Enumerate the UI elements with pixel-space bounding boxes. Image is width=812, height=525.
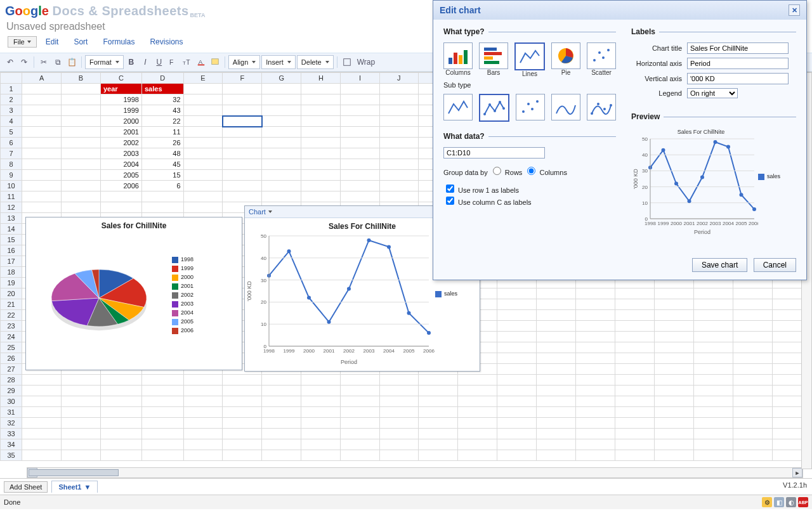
- cell-E9[interactable]: [183, 170, 223, 181]
- cell-Q23[interactable]: [654, 321, 693, 332]
- cell-B28[interactable]: [62, 375, 101, 386]
- type-pie[interactable]: [551, 42, 580, 69]
- cell-E33[interactable]: [183, 429, 223, 439]
- cell-M33[interactable]: [497, 429, 536, 439]
- cell-D9[interactable]: 15: [141, 170, 183, 181]
- format-dropdown[interactable]: Format: [85, 55, 124, 69]
- cell-O22[interactable]: [575, 310, 615, 321]
- cell-J33[interactable]: [379, 429, 419, 439]
- fillcolor-button[interactable]: [209, 56, 221, 68]
- cell-I2[interactable]: [341, 94, 379, 105]
- cell-C29[interactable]: [100, 386, 141, 396]
- cell-D34[interactable]: [141, 439, 183, 450]
- cell-D8[interactable]: 45: [141, 159, 183, 170]
- cell-L33[interactable]: [457, 429, 497, 439]
- cell-C4[interactable]: 2000: [100, 116, 141, 127]
- cell-N23[interactable]: [536, 321, 575, 332]
- cell-I29[interactable]: [341, 386, 379, 396]
- borders-button[interactable]: [341, 56, 353, 68]
- cell-N35[interactable]: [536, 450, 575, 461]
- cell-F9[interactable]: [223, 170, 262, 181]
- cell-H30[interactable]: [301, 396, 341, 407]
- cell-F7[interactable]: [223, 148, 262, 159]
- cell-G33[interactable]: [262, 429, 301, 439]
- cell-D31[interactable]: [141, 407, 183, 418]
- cell-N20[interactable]: [536, 288, 575, 299]
- cell-E34[interactable]: [183, 439, 223, 450]
- cell-B32[interactable]: [62, 418, 101, 429]
- cell-H9[interactable]: [301, 170, 341, 181]
- cell-S34[interactable]: [733, 439, 773, 450]
- copy-button[interactable]: ⧉: [51, 56, 64, 68]
- cell-B10[interactable]: [62, 181, 101, 191]
- cell-M23[interactable]: [497, 321, 536, 332]
- sort-menu[interactable]: Sort: [67, 36, 94, 48]
- cell-F5[interactable]: [223, 127, 262, 138]
- cell-M31[interactable]: [497, 407, 536, 418]
- cell-B29[interactable]: [62, 386, 101, 396]
- cell-E7[interactable]: [183, 148, 223, 159]
- edit-menu[interactable]: Edit: [39, 36, 65, 48]
- cell-N25[interactable]: [536, 342, 575, 353]
- charttitle-input[interactable]: [687, 42, 789, 54]
- cell-E32[interactable]: [183, 418, 223, 429]
- cell-J30[interactable]: [379, 396, 419, 407]
- cell-S24[interactable]: [733, 332, 773, 342]
- cell-E4[interactable]: [183, 116, 223, 127]
- cell-D30[interactable]: [141, 396, 183, 407]
- cell-I1[interactable]: [341, 84, 379, 94]
- cell-F34[interactable]: [223, 439, 262, 450]
- cell-R24[interactable]: [694, 332, 733, 342]
- status-icon-3[interactable]: ◐: [786, 497, 796, 507]
- cell-A8[interactable]: [22, 159, 62, 170]
- cell-H11[interactable]: [301, 191, 341, 202]
- cell-C31[interactable]: [100, 407, 141, 418]
- cell-G34[interactable]: [262, 439, 301, 450]
- cell-N33[interactable]: [536, 429, 575, 439]
- cell-N31[interactable]: [536, 407, 575, 418]
- cell-J6[interactable]: [379, 138, 419, 148]
- cell-I32[interactable]: [341, 418, 379, 429]
- cell-Q29[interactable]: [654, 386, 693, 396]
- redo-button[interactable]: ↷: [18, 56, 30, 68]
- cell-P32[interactable]: [615, 418, 655, 429]
- cell-E2[interactable]: [183, 94, 223, 105]
- cell-D5[interactable]: 11: [141, 127, 183, 138]
- cell-C11[interactable]: [100, 191, 141, 202]
- cell-B11[interactable]: [62, 191, 101, 202]
- cell-Q33[interactable]: [654, 429, 693, 439]
- dialog-close-button[interactable]: ✕: [789, 4, 800, 16]
- cell-C7[interactable]: 2003: [100, 148, 141, 159]
- cell-F35[interactable]: [223, 450, 262, 461]
- cell-J29[interactable]: [379, 386, 419, 396]
- cell-D35[interactable]: [141, 450, 183, 461]
- cell-S30[interactable]: [733, 396, 773, 407]
- cell-C3[interactable]: 1999: [100, 105, 141, 116]
- cell-H5[interactable]: [301, 127, 341, 138]
- cell-O35[interactable]: [575, 450, 615, 461]
- cell-G29[interactable]: [262, 386, 301, 396]
- cell-N29[interactable]: [536, 386, 575, 396]
- cell-R22[interactable]: [694, 310, 733, 321]
- cell-R31[interactable]: [694, 407, 733, 418]
- cell-H31[interactable]: [301, 407, 341, 418]
- cell-E12[interactable]: [183, 202, 223, 213]
- cell-E35[interactable]: [183, 450, 223, 461]
- cell-F29[interactable]: [223, 386, 262, 396]
- cell-D1[interactable]: sales: [141, 84, 183, 94]
- cell-M20[interactable]: [497, 288, 536, 299]
- cell-I3[interactable]: [341, 105, 379, 116]
- cell-I31[interactable]: [341, 407, 379, 418]
- cell-P25[interactable]: [615, 342, 655, 353]
- cell-C33[interactable]: [100, 429, 141, 439]
- cell-B6[interactable]: [62, 138, 101, 148]
- cell-C35[interactable]: [100, 450, 141, 461]
- cell-Q30[interactable]: [654, 396, 693, 407]
- cell-B31[interactable]: [62, 407, 101, 418]
- cell-I6[interactable]: [341, 138, 379, 148]
- cell-B12[interactable]: [62, 202, 101, 213]
- embedded-pie-chart[interactable]: Sales for ChillNite 19981999200020012002…: [25, 217, 242, 370]
- cell-C2[interactable]: 1998: [100, 94, 141, 105]
- cell-R32[interactable]: [694, 418, 733, 429]
- cell-P26[interactable]: [615, 353, 655, 364]
